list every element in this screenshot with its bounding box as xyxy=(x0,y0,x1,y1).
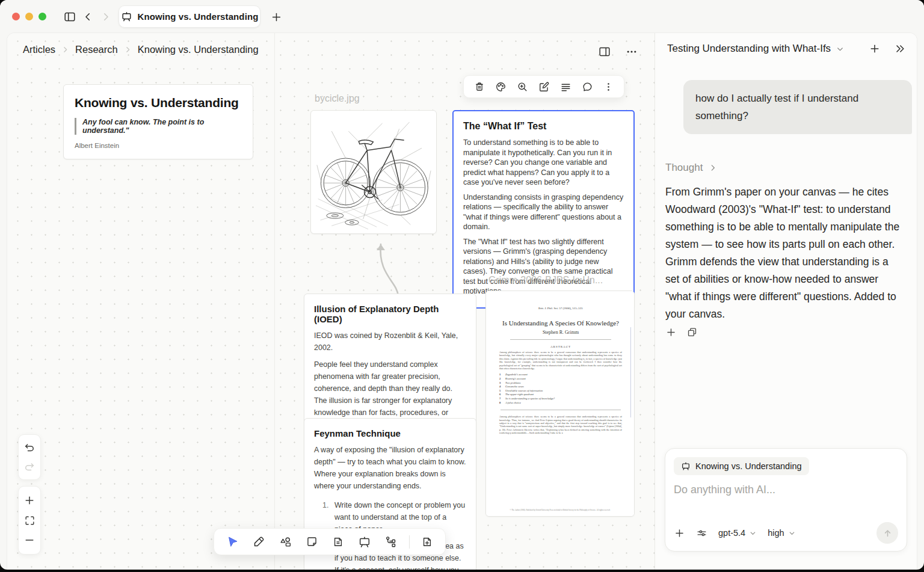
minimize-window-button[interactable] xyxy=(25,13,33,20)
forward-button[interactable] xyxy=(99,10,113,24)
image-filename-label: bycicle.jpg xyxy=(315,93,360,104)
copy-icon[interactable] xyxy=(686,327,698,338)
split-view-icon[interactable] xyxy=(598,45,611,58)
breadcrumb-research[interactable]: Research xyxy=(75,44,118,55)
pdf-toc: 1Zagzebski's account 2Kvanvig's account … xyxy=(499,373,622,405)
toc-item: Kvanvig's account xyxy=(505,377,526,381)
card-heading: Illusion of Explanatory Depth (IOED) xyxy=(314,304,466,324)
more-options-icon[interactable] xyxy=(626,46,638,58)
assistant-response: From Grimm's paper on your canvas — he c… xyxy=(665,183,904,323)
chevron-down-icon xyxy=(788,529,796,537)
add-to-canvas-icon[interactable] xyxy=(665,327,677,338)
card-paragraph: To understand something is to be able to… xyxy=(463,138,624,188)
color-palette-icon[interactable] xyxy=(494,80,508,94)
model-name: gpt-5.4 xyxy=(718,528,745,538)
toc-item: So is understanding a species of knowled… xyxy=(505,397,555,401)
text-align-icon[interactable] xyxy=(559,80,573,94)
zoom-in-icon[interactable] xyxy=(516,80,529,94)
context-chip-label: Knowing vs. Understanding xyxy=(695,461,802,471)
effort-selector[interactable]: high xyxy=(768,528,795,538)
undo-redo-group xyxy=(18,434,41,480)
easel-icon xyxy=(681,461,691,471)
response-actions xyxy=(665,327,698,338)
canvas-frame-edge xyxy=(274,33,275,570)
canvas-header-actions xyxy=(598,45,638,58)
chat-thread-selector[interactable]: Testing Understanding with What-Ifs xyxy=(667,43,845,55)
mindmap-tool-icon[interactable] xyxy=(383,534,399,550)
chat-panel-header: Testing Understanding with What-Ifs xyxy=(667,43,906,55)
chevron-right-icon xyxy=(124,46,132,54)
breadcrumb: Articles Research Knowing vs. Understand… xyxy=(23,44,259,55)
settings-sliders-icon[interactable] xyxy=(696,527,707,539)
tab-knowing-vs-understanding[interactable]: Knowing vs. Understanding xyxy=(119,5,260,28)
prompt-input[interactable] xyxy=(674,484,898,496)
bicycle-technical-drawing xyxy=(315,114,433,230)
toc-item: The upper-right quadrant xyxy=(505,393,534,397)
thought-toggle[interactable]: Thought xyxy=(665,162,717,174)
pdf-body-text: Among philosophers of science there seem… xyxy=(499,415,622,434)
effort-value: high xyxy=(768,528,784,538)
window-titlebar: Knowing vs. Understanding xyxy=(0,0,924,33)
divider xyxy=(510,339,611,340)
delete-icon[interactable] xyxy=(473,80,486,93)
more-vertical-icon[interactable] xyxy=(602,81,615,93)
sidebar-toggle-icon[interactable] xyxy=(63,10,77,24)
zoom-in-button[interactable] xyxy=(23,494,35,506)
context-chip[interactable]: Knowing vs. Understanding xyxy=(674,457,809,475)
zoom-window-button[interactable] xyxy=(38,13,46,20)
toc-item: Unreliable sources of information xyxy=(505,389,543,393)
tab-title: Knowing vs. Understanding xyxy=(138,11,259,22)
easel-icon xyxy=(121,11,132,22)
canvas[interactable]: Articles Research Knowing vs. Understand… xyxy=(7,33,654,570)
send-button[interactable] xyxy=(876,522,898,544)
blockquote: Any fool can know. The point is to under… xyxy=(75,118,243,135)
pdf-card-grimm[interactable]: Brit. J. Phil. Sci. 57 (2006), 515–535 I… xyxy=(485,291,635,517)
card-heading: The “What If” Test xyxy=(463,121,624,132)
ai-chat-panel: Testing Understanding with What-Ifs how … xyxy=(654,33,917,570)
document-tool-icon[interactable] xyxy=(330,534,346,550)
redo-icon[interactable] xyxy=(23,461,35,473)
breadcrumb-articles[interactable]: Articles xyxy=(23,44,55,55)
new-tab-button[interactable] xyxy=(269,10,283,24)
card-paragraph: IEOD was coined by Rozenblit & Keil, Yal… xyxy=(314,330,466,354)
new-chat-button[interactable] xyxy=(869,43,881,55)
attach-plus-icon[interactable] xyxy=(674,527,685,539)
user-message-bubble: how do I actually test if I understand s… xyxy=(683,80,912,134)
chat-input-card[interactable]: Knowing vs. Understanding gpt-5.4 high xyxy=(665,448,907,552)
undo-icon[interactable] xyxy=(23,441,35,454)
quote-attribution: Albert Einstein xyxy=(75,142,243,149)
card-heading: Feynman Technique xyxy=(314,428,466,438)
select-tool-icon[interactable] xyxy=(224,534,241,550)
fit-to-screen-button[interactable] xyxy=(24,515,35,526)
pen-tool-icon[interactable] xyxy=(251,534,267,550)
image-card-bicycle[interactable] xyxy=(310,110,437,234)
pdf-title: Is Understanding A Species Of Knowledge? xyxy=(499,319,622,327)
connector-arrow xyxy=(361,235,415,297)
model-selector[interactable]: gpt-5.4 xyxy=(718,528,757,538)
toolbar-divider xyxy=(409,535,410,549)
app-window: Knowing vs. Understanding Articles Resea… xyxy=(0,0,924,570)
divider xyxy=(500,410,621,410)
close-window-button[interactable] xyxy=(12,13,20,20)
zoom-controls-group xyxy=(18,486,41,555)
sticky-note-tool-icon[interactable] xyxy=(304,534,320,550)
thought-label: Thought xyxy=(665,162,703,174)
new-file-tool-icon[interactable] xyxy=(419,534,435,550)
edit-icon[interactable] xyxy=(537,80,551,94)
chevron-right-icon xyxy=(61,46,69,54)
pdf-filename-label: Grimm-2006-BJPS-Is Un... xyxy=(488,275,603,286)
back-button[interactable] xyxy=(81,10,95,24)
chevron-right-icon xyxy=(709,164,717,172)
pdf-journal-line: Brit. J. Phil. Sci. 57 (2006), 515–535 xyxy=(499,307,622,310)
selection-toolbar xyxy=(463,75,624,98)
zoom-out-button[interactable] xyxy=(23,534,35,546)
collapse-panel-icon[interactable] xyxy=(894,43,906,55)
easel-tool-icon[interactable] xyxy=(356,534,373,550)
toc-item: Zagzebski's account xyxy=(505,373,528,377)
breadcrumb-current[interactable]: Knowing vs. Understanding xyxy=(138,44,259,55)
comment-icon[interactable] xyxy=(581,80,594,94)
card-paragraph: A way of exposing the "illusion of expla… xyxy=(314,444,466,492)
note-card-title[interactable]: Knowing vs. Understanding Any fool can k… xyxy=(63,84,253,159)
chevron-down-icon xyxy=(749,529,757,537)
shapes-tool-icon[interactable] xyxy=(277,534,294,550)
